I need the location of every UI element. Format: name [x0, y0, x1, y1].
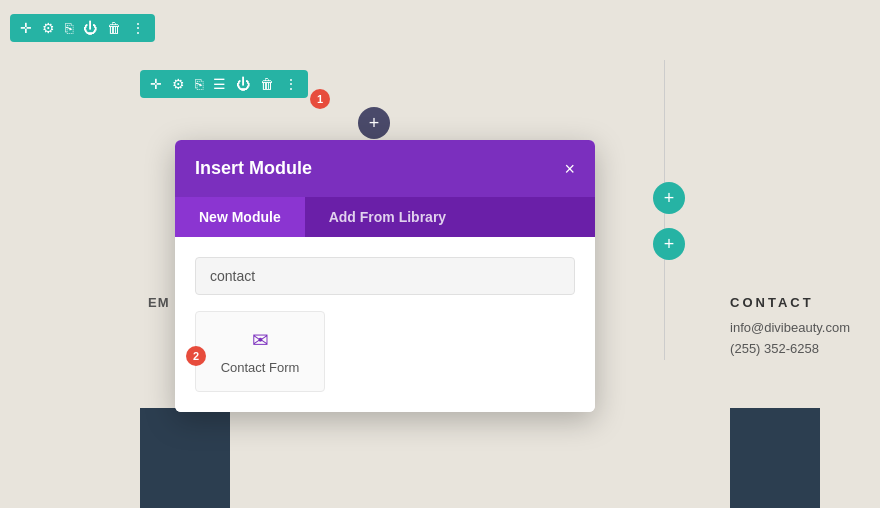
insert-module-trigger[interactable]: +	[358, 107, 390, 139]
add-row-top-button[interactable]: +	[653, 182, 685, 214]
modal-close-button[interactable]: ×	[564, 160, 575, 178]
modal-title: Insert Module	[195, 158, 312, 179]
modal-body: ✉ Contact Form	[175, 237, 595, 412]
contact-heading: CONTACT	[730, 295, 850, 310]
insert-module-modal: Insert Module × New Module Add From Libr…	[175, 140, 595, 412]
step-badge-2: 2	[186, 346, 206, 366]
grid-icon[interactable]: ☰	[213, 76, 226, 92]
module-item-contact-form[interactable]: ✉ Contact Form	[195, 311, 325, 392]
top-toolbar: ✛ ⚙ ⎘ ⏻ 🗑 ⋮	[10, 14, 155, 42]
module-grid: ✉ Contact Form	[195, 311, 575, 392]
module-item-label: Contact Form	[221, 360, 300, 375]
move-icon[interactable]: ✛	[20, 20, 32, 36]
modal-header: Insert Module ×	[175, 140, 595, 197]
contact-info-panel: CONTACT info@divibeauty.com (255) 352-62…	[730, 295, 850, 356]
settings-icon[interactable]: ⚙	[42, 20, 55, 36]
contact-form-icon: ✉	[252, 328, 269, 352]
power2-icon[interactable]: ⏻	[236, 76, 250, 92]
contact-phone: (255) 352-6258	[730, 341, 850, 356]
dark-block-right	[730, 408, 820, 508]
contact-email: info@divibeauty.com	[730, 320, 850, 335]
em-label: EM	[148, 295, 170, 310]
duplicate2-icon[interactable]: ⎘	[195, 76, 203, 92]
modal-tabs: New Module Add From Library	[175, 197, 595, 237]
step-badge-1: 1	[310, 89, 330, 109]
second-toolbar: ✛ ⚙ ⎘ ☰ ⏻ 🗑 ⋮	[140, 70, 308, 98]
settings2-icon[interactable]: ⚙	[172, 76, 185, 92]
move2-icon[interactable]: ✛	[150, 76, 162, 92]
tab-add-from-library[interactable]: Add From Library	[305, 197, 470, 237]
tab-new-module[interactable]: New Module	[175, 197, 305, 237]
more2-icon[interactable]: ⋮	[284, 76, 298, 92]
dark-block-left	[140, 408, 230, 508]
more-icon[interactable]: ⋮	[131, 20, 145, 36]
trash2-icon[interactable]: 🗑	[260, 76, 274, 92]
power-icon[interactable]: ⏻	[83, 20, 97, 36]
module-search-input[interactable]	[195, 257, 575, 295]
trash-icon[interactable]: 🗑	[107, 20, 121, 36]
add-row-bottom-button[interactable]: +	[653, 228, 685, 260]
duplicate-icon[interactable]: ⎘	[65, 20, 73, 36]
